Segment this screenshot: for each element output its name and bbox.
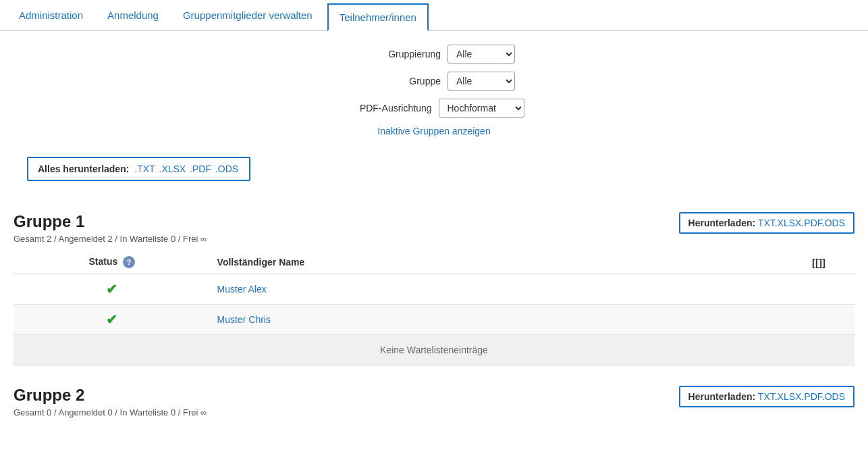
- group-2-stats: Gesamt 0 / Angemeldet 0 / In Warteliste …: [13, 407, 207, 418]
- group-select[interactable]: Alle: [447, 72, 515, 91]
- col-status: Status ?: [13, 251, 211, 274]
- participant-status-2: ✔: [13, 305, 211, 335]
- grouping-row: Gruppierung Alle: [353, 45, 515, 64]
- group-2-download-txt[interactable]: TXT: [758, 391, 775, 402]
- grouping-label: Gruppierung: [353, 49, 441, 59]
- group-1-download-txt[interactable]: TXT: [758, 218, 775, 228]
- nav-gruppenmitglieder[interactable]: Gruppenmitglieder verwalten: [171, 0, 325, 30]
- group-1-header: Gruppe 1 Gesamt 2 / Angemeldet 2 / In Wa…: [13, 212, 855, 244]
- download-xlsx-link[interactable]: .XLSX: [159, 163, 186, 174]
- group-2-download-label: Herunterladen:: [688, 391, 756, 402]
- download-all-label: Alles herunterladen:: [38, 163, 129, 174]
- nav-administration[interactable]: Administration: [7, 0, 95, 30]
- participant-link-2[interactable]: Muster Chris: [217, 314, 271, 325]
- col-name: Vollständiger Name: [211, 251, 783, 274]
- content-area: Gruppe 1 Gesamt 2 / Angemeldet 2 / In Wa…: [0, 212, 868, 418]
- participant-name-2: Muster Chris: [211, 305, 783, 335]
- group-2-title-block: Gruppe 2 Gesamt 0 / Angemeldet 0 / In Wa…: [13, 386, 207, 418]
- action-icon: [[]]: [812, 257, 825, 268]
- download-all-container: Alles herunterladen: .TXT .XLSX .PDF .OD…: [0, 150, 868, 199]
- participant-name-1: Muster Alex: [211, 274, 783, 305]
- group-1-download-label: Herunterladen:: [688, 218, 756, 228]
- download-txt-link[interactable]: .TXT: [134, 163, 155, 174]
- group-1-title-block: Gruppe 1 Gesamt 2 / Angemeldet 2 / In Wa…: [13, 212, 207, 244]
- nav-teilnehmer[interactable]: Teilnehmer/innen: [327, 3, 429, 31]
- status-help-icon[interactable]: ?: [123, 256, 135, 268]
- participant-link-1[interactable]: Muster Alex: [217, 284, 267, 295]
- group-1-download-pdf[interactable]: PDF: [804, 218, 821, 228]
- group-1-section: Gruppe 1 Gesamt 2 / Angemeldet 2 / In Wa…: [13, 212, 855, 365]
- group-1-download-xlsx[interactable]: XLSX: [778, 218, 802, 228]
- grouping-select[interactable]: Alle: [447, 45, 515, 64]
- waitlist-row: Keine Wartelisteneinträge: [13, 335, 855, 365]
- group-1-table: Status ? Vollständiger Name [[]] ✔ Muste…: [13, 251, 855, 365]
- pdf-select[interactable]: Hochformat: [439, 99, 524, 118]
- checkmark-icon-2: ✔: [106, 312, 117, 327]
- group-2-download-xlsx[interactable]: XLSX: [778, 391, 802, 402]
- group-2-download-ods[interactable]: ODS: [825, 391, 845, 402]
- nav-anmeldung[interactable]: Anmeldung: [95, 0, 171, 30]
- download-all-box: Alles herunterladen: .TXT .XLSX .PDF .OD…: [27, 157, 250, 181]
- checkmark-icon: ✔: [106, 282, 117, 297]
- group-2-download-pdf[interactable]: PDF: [804, 391, 821, 402]
- pdf-label: PDF-Ausrichtung: [344, 103, 432, 114]
- download-ods-link[interactable]: .ODS: [215, 163, 238, 174]
- group-label: Gruppe: [353, 76, 441, 86]
- group-2-header: Gruppe 2 Gesamt 0 / Angemeldet 0 / In Wa…: [13, 386, 855, 418]
- table-row: ✔ Muster Chris: [13, 305, 855, 335]
- participant-action-1: [783, 274, 855, 305]
- group-2-title: Gruppe 2: [13, 386, 207, 405]
- group-row: Gruppe Alle: [353, 72, 515, 91]
- group-1-stats: Gesamt 2 / Angemeldet 2 / In Warteliste …: [13, 234, 207, 244]
- download-pdf-link[interactable]: .PDF: [190, 163, 211, 174]
- group-2-download-box: Herunterladen: TXT.XLSX.PDF.ODS: [679, 386, 855, 407]
- participant-action-2: [783, 305, 855, 335]
- group-1-title: Gruppe 1: [13, 212, 207, 231]
- group-1-download-ods[interactable]: ODS: [825, 218, 845, 228]
- controls-area: Gruppierung Alle Gruppe Alle PDF-Ausrich…: [0, 31, 868, 150]
- col-action: [[]]: [783, 251, 855, 274]
- navigation: Administration Anmeldung Gruppenmitglied…: [0, 0, 868, 31]
- participant-status-1: ✔: [13, 274, 211, 305]
- inactive-groups-row: Inaktive Gruppen anzeigen: [377, 126, 490, 136]
- group-1-download-box: Herunterladen: TXT.XLSX.PDF.ODS: [679, 212, 855, 234]
- pdf-row: PDF-Ausrichtung Hochformat: [344, 99, 524, 118]
- table-header-row: Status ? Vollständiger Name [[]]: [13, 251, 855, 274]
- table-row: ✔ Muster Alex: [13, 274, 855, 305]
- waitlist-message: Keine Wartelisteneinträge: [13, 335, 855, 365]
- inactive-groups-link[interactable]: Inaktive Gruppen anzeigen: [377, 126, 490, 136]
- group-2-section: Gruppe 2 Gesamt 0 / Angemeldet 0 / In Wa…: [13, 386, 855, 418]
